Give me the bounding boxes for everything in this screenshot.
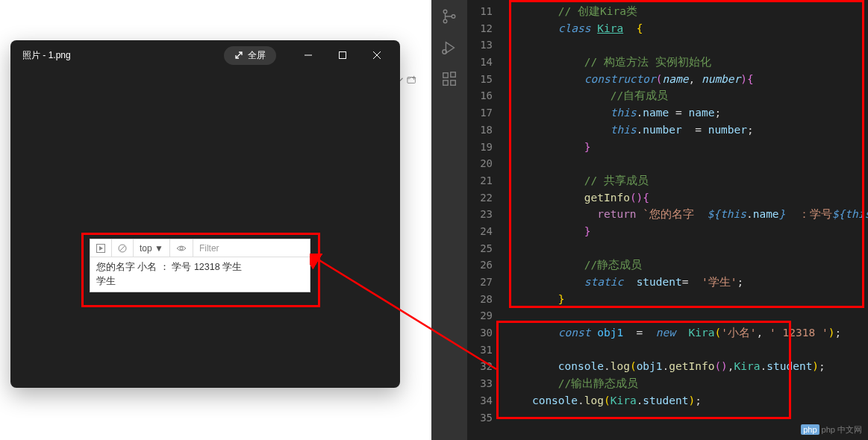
svg-rect-14	[443, 81, 448, 85]
minimize-button[interactable]	[291, 43, 325, 67]
close-icon	[373, 51, 381, 59]
code-comment: // 创建Kira类	[558, 5, 637, 17]
line-number: 22	[467, 189, 493, 207]
line-number: 34	[467, 392, 493, 409]
line-number: 33	[467, 375, 493, 392]
code-comment: //静态成员	[584, 259, 642, 271]
code-method: log	[611, 360, 630, 372]
line-number: 29	[467, 307, 493, 324]
line-number: 35	[467, 409, 493, 427]
code-comment: //输出静态成员	[558, 377, 638, 389]
console-play-icon[interactable]	[90, 239, 112, 257]
code-obj: console	[532, 395, 578, 406]
code-string: '小名'	[721, 327, 756, 339]
devtools-console: top ▼ Filter 您的名字 小名 ： 学号 12318 学生 学生	[90, 239, 310, 292]
close-button[interactable]	[360, 43, 394, 67]
code-prop: student	[643, 395, 688, 406]
photo-title: 照片 - 1.png	[16, 49, 224, 62]
code-keyword: static	[584, 276, 623, 288]
maximize-button[interactable]	[325, 43, 360, 67]
line-number: 15	[467, 71, 493, 88]
line-number: 11	[467, 3, 493, 20]
line-number: 18	[467, 122, 493, 139]
code-obj: console	[558, 360, 604, 372]
code-comment: // 共享成员	[584, 175, 649, 186]
svg-rect-16	[451, 72, 455, 77]
fullscreen-button[interactable]: 全屏	[224, 46, 276, 65]
code-string: ' 12318 '	[769, 327, 828, 339]
console-filter-input[interactable]: Filter	[193, 239, 310, 257]
extensions-icon[interactable]	[440, 70, 458, 88]
svg-rect-15	[451, 81, 455, 85]
code-var: number	[708, 124, 747, 136]
console-clear-button[interactable]	[112, 239, 134, 257]
line-number: 30	[467, 324, 493, 342]
code-this: this	[611, 124, 637, 136]
line-number: 17	[467, 104, 493, 122]
code-string: `您的名字	[643, 208, 707, 220]
code-param: name	[663, 73, 689, 85]
code-keyword: constructor	[584, 73, 656, 85]
code-classname: Kira	[597, 22, 623, 34]
line-number: 28	[467, 291, 493, 308]
console-output: 您的名字 小名 ： 学号 12318 学生 学生	[90, 257, 310, 292]
debug-icon[interactable]	[440, 39, 458, 57]
code-this: this	[611, 107, 637, 119]
source-control-icon[interactable]	[440, 7, 458, 25]
code-keyword: class	[558, 22, 591, 34]
svg-rect-4	[340, 52, 346, 59]
code-this: this	[720, 208, 746, 220]
code-classname: Kira	[734, 360, 761, 372]
line-number: 26	[467, 257, 493, 274]
console-line: 您的名字 小名 ： 学号 12318 学生	[96, 260, 304, 274]
line-number: 23	[467, 206, 493, 223]
console-live-button[interactable]	[170, 239, 193, 257]
code-method: log	[584, 395, 604, 406]
fullscreen-label: 全屏	[248, 49, 266, 62]
svg-point-10	[443, 19, 447, 23]
play-icon	[96, 244, 105, 253]
svg-line-7	[120, 245, 125, 251]
code-prop: number	[643, 124, 681, 136]
editor-gutter: 11 12 13 14 15 16 17 18 19 20 21 22 23 2…	[467, 0, 506, 440]
svg-rect-13	[443, 73, 448, 78]
code-string: ：学号	[785, 208, 831, 220]
code-var: obj1	[597, 327, 623, 339]
line-number: 13	[467, 37, 493, 54]
code-param: number	[702, 73, 740, 85]
editor-code-area[interactable]: // 创建Kira类 class Kira { // 构造方法 实例初始化 co…	[506, 0, 868, 440]
code-comment: // 构造方法 实例初始化	[584, 56, 711, 68]
code-method: getInfo	[584, 192, 630, 204]
no-entry-icon	[118, 244, 127, 253]
code-classname: Kira	[688, 327, 714, 339]
svg-point-9	[443, 10, 447, 13]
photo-titlebar[interactable]: 照片 - 1.png 全屏	[10, 40, 400, 70]
console-context-selector[interactable]: top ▼	[134, 239, 170, 257]
code-prop: name	[753, 208, 779, 220]
code-prop: student	[766, 360, 812, 372]
svg-point-8	[180, 247, 183, 250]
code-prop: name	[643, 107, 669, 119]
line-number: 27	[467, 274, 493, 291]
maximize-icon	[339, 51, 346, 59]
code-this: this	[845, 208, 868, 220]
code-classname: Kira	[611, 395, 637, 406]
line-number: 16	[467, 87, 493, 104]
code-var: name	[688, 107, 714, 119]
code-var: obj1	[637, 360, 663, 372]
code-method: getInfo	[669, 360, 714, 372]
watermark: php php 中文网	[801, 424, 862, 436]
new-folder-icon	[407, 75, 417, 85]
line-number: 21	[467, 172, 493, 189]
line-number: 14	[467, 54, 493, 71]
line-number: 19	[467, 139, 493, 156]
console-toolbar: top ▼ Filter	[90, 239, 310, 257]
svg-point-11	[452, 15, 455, 19]
code-string: '学生'	[702, 276, 737, 288]
editor-activity-bar	[431, 0, 467, 440]
code-keyword: const	[558, 327, 591, 339]
minimize-icon	[305, 51, 312, 59]
line-number: 31	[467, 342, 493, 359]
line-number: 20	[467, 155, 493, 172]
expand-icon	[234, 51, 243, 60]
